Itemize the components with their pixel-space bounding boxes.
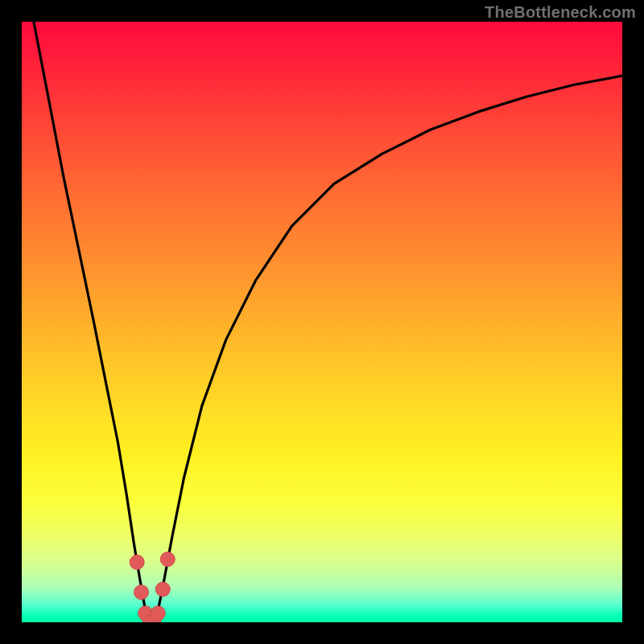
curve-layer [22, 22, 622, 622]
marker-dot [130, 555, 144, 569]
chart-stage: TheBottleneck.com [0, 0, 644, 644]
highlight-markers [130, 552, 175, 622]
plot-area [22, 22, 622, 622]
watermark-text: TheBottleneck.com [485, 3, 636, 22]
marker-dot [160, 552, 175, 567]
marker-dot [151, 606, 165, 621]
marker-dot [134, 585, 149, 600]
marker-dot [155, 582, 170, 597]
bottleneck-curve [34, 22, 622, 622]
